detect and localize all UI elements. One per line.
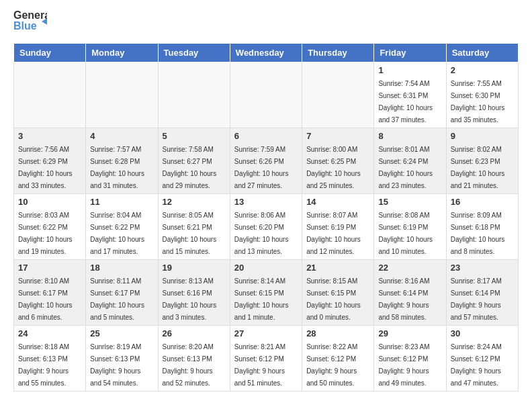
day-info: Sunrise: 8:04 AMSunset: 6:22 PMDaylight:… bbox=[90, 212, 144, 255]
week-row-1: 1Sunrise: 7:54 AMSunset: 6:31 PMDaylight… bbox=[14, 62, 519, 128]
day-info: Sunrise: 8:06 AMSunset: 6:20 PMDaylight:… bbox=[234, 212, 289, 255]
page-container: General Blue Sunday Monday Tuesday Wedne… bbox=[0, 0, 532, 398]
day-number: 4 bbox=[90, 131, 153, 141]
day-info: Sunrise: 8:01 AMSunset: 6:24 PMDaylight:… bbox=[378, 146, 433, 189]
day-info: Sunrise: 8:08 AMSunset: 6:19 PMDaylight:… bbox=[378, 212, 433, 255]
day-info: Sunrise: 8:21 AMSunset: 6:12 PMDaylight:… bbox=[234, 343, 285, 387]
day-number: 12 bbox=[163, 197, 226, 207]
day-cell: 6Sunrise: 7:59 AMSunset: 6:26 PMDaylight… bbox=[230, 128, 302, 194]
day-number: 3 bbox=[18, 131, 81, 141]
day-number: 22 bbox=[378, 263, 441, 273]
day-number: 29 bbox=[378, 328, 441, 338]
day-cell: 29Sunrise: 8:23 AMSunset: 6:12 PMDayligh… bbox=[374, 326, 446, 392]
day-number: 24 bbox=[18, 328, 81, 338]
day-number: 21 bbox=[306, 263, 369, 273]
day-number: 30 bbox=[451, 328, 514, 338]
day-number: 13 bbox=[234, 197, 298, 207]
day-cell: 26Sunrise: 8:20 AMSunset: 6:13 PMDayligh… bbox=[158, 326, 230, 392]
day-info: Sunrise: 8:17 AMSunset: 6:14 PMDaylight:… bbox=[451, 277, 502, 321]
col-tuesday: Tuesday bbox=[158, 44, 230, 62]
day-info: Sunrise: 8:03 AMSunset: 6:22 PMDaylight:… bbox=[18, 212, 73, 255]
logo: General Blue bbox=[13, 7, 47, 40]
day-cell: 12Sunrise: 8:05 AMSunset: 6:21 PMDayligh… bbox=[158, 194, 230, 260]
day-number: 17 bbox=[18, 263, 81, 273]
day-info: Sunrise: 7:55 AMSunset: 6:30 PMDaylight:… bbox=[451, 80, 505, 124]
day-info: Sunrise: 7:58 AMSunset: 6:27 PMDaylight:… bbox=[163, 146, 217, 189]
day-info: Sunrise: 8:23 AMSunset: 6:12 PMDaylight:… bbox=[378, 343, 429, 387]
week-row-4: 17Sunrise: 8:10 AMSunset: 6:17 PMDayligh… bbox=[14, 260, 519, 326]
day-cell: 2Sunrise: 7:55 AMSunset: 6:30 PMDaylight… bbox=[446, 62, 518, 128]
day-number: 20 bbox=[234, 263, 298, 273]
day-info: Sunrise: 7:57 AMSunset: 6:28 PMDaylight:… bbox=[90, 146, 144, 189]
day-info: Sunrise: 8:20 AMSunset: 6:13 PMDaylight:… bbox=[163, 343, 214, 387]
day-info: Sunrise: 8:00 AMSunset: 6:25 PMDaylight:… bbox=[306, 146, 361, 189]
day-cell bbox=[302, 62, 374, 128]
day-cell: 20Sunrise: 8:14 AMSunset: 6:15 PMDayligh… bbox=[230, 260, 302, 326]
day-cell: 15Sunrise: 8:08 AMSunset: 6:19 PMDayligh… bbox=[374, 194, 446, 260]
day-cell: 10Sunrise: 8:03 AMSunset: 6:22 PMDayligh… bbox=[14, 194, 86, 260]
day-info: Sunrise: 8:05 AMSunset: 6:21 PMDaylight:… bbox=[163, 212, 217, 255]
week-row-3: 10Sunrise: 8:03 AMSunset: 6:22 PMDayligh… bbox=[14, 194, 519, 260]
day-info: Sunrise: 8:22 AMSunset: 6:12 PMDaylight:… bbox=[306, 343, 357, 387]
day-number: 28 bbox=[306, 328, 369, 338]
day-number: 11 bbox=[90, 197, 153, 207]
day-number: 18 bbox=[90, 263, 153, 273]
day-info: Sunrise: 8:19 AMSunset: 6:13 PMDaylight:… bbox=[90, 343, 141, 387]
day-cell: 23Sunrise: 8:17 AMSunset: 6:14 PMDayligh… bbox=[446, 260, 518, 326]
svg-text:Blue: Blue bbox=[13, 20, 37, 32]
day-cell: 5Sunrise: 7:58 AMSunset: 6:27 PMDaylight… bbox=[158, 128, 230, 194]
day-cell: 28Sunrise: 8:22 AMSunset: 6:12 PMDayligh… bbox=[302, 326, 374, 392]
col-monday: Monday bbox=[86, 44, 158, 62]
logo-image: General Blue bbox=[13, 7, 47, 40]
day-cell: 18Sunrise: 8:11 AMSunset: 6:17 PMDayligh… bbox=[86, 260, 158, 326]
calendar-wrapper: Sunday Monday Tuesday Wednesday Thursday… bbox=[0, 43, 532, 398]
day-info: Sunrise: 8:10 AMSunset: 6:17 PMDaylight:… bbox=[18, 277, 73, 321]
day-number: 8 bbox=[378, 131, 441, 141]
col-sunday: Sunday bbox=[14, 44, 86, 62]
day-cell: 11Sunrise: 8:04 AMSunset: 6:22 PMDayligh… bbox=[86, 194, 158, 260]
day-info: Sunrise: 7:59 AMSunset: 6:26 PMDaylight:… bbox=[234, 146, 289, 189]
day-cell: 4Sunrise: 7:57 AMSunset: 6:28 PMDaylight… bbox=[86, 128, 158, 194]
day-info: Sunrise: 7:56 AMSunset: 6:29 PMDaylight:… bbox=[18, 146, 73, 189]
day-number: 15 bbox=[378, 197, 441, 207]
day-cell: 30Sunrise: 8:24 AMSunset: 6:12 PMDayligh… bbox=[446, 326, 518, 392]
day-cell: 7Sunrise: 8:00 AMSunset: 6:25 PMDaylight… bbox=[302, 128, 374, 194]
day-number: 27 bbox=[234, 328, 298, 338]
day-cell: 17Sunrise: 8:10 AMSunset: 6:17 PMDayligh… bbox=[14, 260, 86, 326]
col-thursday: Thursday bbox=[302, 44, 374, 62]
day-cell bbox=[230, 62, 302, 128]
day-info: Sunrise: 8:09 AMSunset: 6:18 PMDaylight:… bbox=[451, 212, 505, 255]
day-info: Sunrise: 8:14 AMSunset: 6:15 PMDaylight:… bbox=[234, 277, 289, 321]
week-row-5: 24Sunrise: 8:18 AMSunset: 6:13 PMDayligh… bbox=[14, 326, 519, 392]
col-saturday: Saturday bbox=[446, 44, 518, 62]
day-cell: 25Sunrise: 8:19 AMSunset: 6:13 PMDayligh… bbox=[86, 326, 158, 392]
day-number: 10 bbox=[18, 197, 81, 207]
day-cell: 1Sunrise: 7:54 AMSunset: 6:31 PMDaylight… bbox=[374, 62, 446, 128]
day-number: 26 bbox=[163, 328, 226, 338]
day-info: Sunrise: 8:16 AMSunset: 6:14 PMDaylight:… bbox=[378, 277, 429, 321]
col-wednesday: Wednesday bbox=[230, 44, 302, 62]
day-info: Sunrise: 8:18 AMSunset: 6:13 PMDaylight:… bbox=[18, 343, 69, 387]
day-cell: 14Sunrise: 8:07 AMSunset: 6:19 PMDayligh… bbox=[302, 194, 374, 260]
svg-text:General: General bbox=[13, 9, 47, 21]
day-number: 6 bbox=[234, 131, 298, 141]
day-cell: 19Sunrise: 8:13 AMSunset: 6:16 PMDayligh… bbox=[158, 260, 230, 326]
col-friday: Friday bbox=[374, 44, 446, 62]
day-number: 23 bbox=[451, 263, 514, 273]
day-cell: 16Sunrise: 8:09 AMSunset: 6:18 PMDayligh… bbox=[446, 194, 518, 260]
day-info: Sunrise: 7:54 AMSunset: 6:31 PMDaylight:… bbox=[378, 80, 433, 124]
day-info: Sunrise: 8:11 AMSunset: 6:17 PMDaylight:… bbox=[90, 277, 144, 321]
day-info: Sunrise: 8:13 AMSunset: 6:16 PMDaylight:… bbox=[163, 277, 217, 321]
day-number: 9 bbox=[451, 131, 514, 141]
day-number: 5 bbox=[163, 131, 226, 141]
day-number: 1 bbox=[378, 65, 441, 75]
day-info: Sunrise: 8:07 AMSunset: 6:19 PMDaylight:… bbox=[306, 212, 361, 255]
day-number: 2 bbox=[451, 65, 514, 75]
header: General Blue bbox=[0, 0, 532, 43]
day-number: 16 bbox=[451, 197, 514, 207]
day-number: 7 bbox=[306, 131, 369, 141]
day-info: Sunrise: 8:15 AMSunset: 6:15 PMDaylight:… bbox=[306, 277, 361, 321]
day-cell: 3Sunrise: 7:56 AMSunset: 6:29 PMDaylight… bbox=[14, 128, 86, 194]
day-cell bbox=[158, 62, 230, 128]
day-number: 25 bbox=[90, 328, 153, 338]
